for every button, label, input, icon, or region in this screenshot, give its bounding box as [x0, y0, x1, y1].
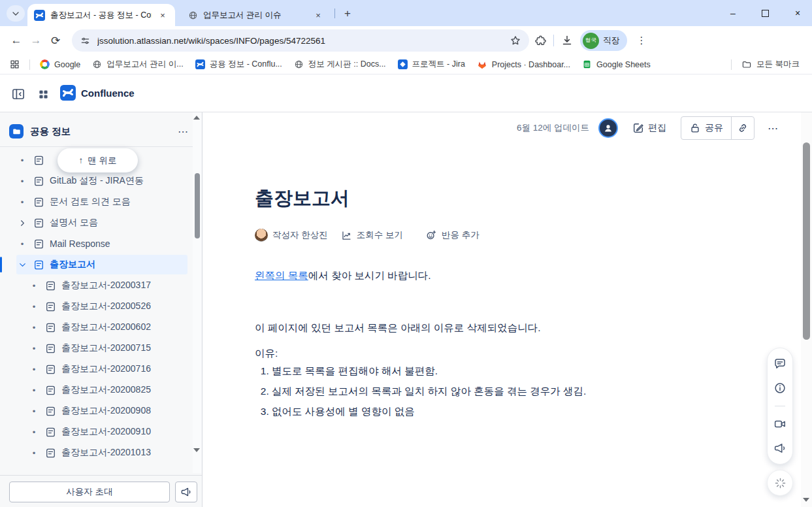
- tab-title: 출장보고서 - 공용 정보 - Confl: [50, 10, 152, 21]
- share-button[interactable]: 공유: [681, 117, 732, 139]
- page-icon: [33, 155, 44, 166]
- back-button[interactable]: ←: [7, 31, 26, 50]
- reload-button[interactable]: ⟳: [46, 31, 65, 50]
- last-updated-text[interactable]: 6월 12에 업데이트: [517, 122, 589, 134]
- chevron-down-icon[interactable]: [16, 260, 28, 270]
- scroll-down-arrow[interactable]: [193, 448, 200, 452]
- new-tab-button[interactable]: +: [340, 6, 355, 22]
- page-scrollbar[interactable]: [801, 112, 812, 507]
- page-icon: [45, 280, 56, 291]
- sidebar-scrollbar-thumb[interactable]: [195, 173, 200, 238]
- profile-chip[interactable]: 형국 직장: [580, 30, 627, 51]
- sidebar-item-report-20200317[interactable]: • 출장보고서-20200317: [28, 276, 187, 295]
- scroll-down-arrow[interactable]: [803, 498, 809, 502]
- page-scrollbar-thumb[interactable]: [803, 142, 810, 340]
- bookmark-jira[interactable]: 프로젝트 - Jira: [392, 59, 471, 70]
- space-more-button[interactable]: ⋯: [172, 125, 193, 138]
- tab-search-button[interactable]: [7, 5, 25, 22]
- bullet-icon: •: [28, 281, 40, 291]
- bullet-icon: •: [28, 323, 40, 333]
- confluence-favicon: [34, 10, 45, 21]
- left-list-link[interactable]: 왼쪽의 목록: [255, 270, 308, 281]
- back-to-top-button[interactable]: ↑ 맨 위로: [57, 148, 138, 172]
- address-bar[interactable]: jssolution.atlassian.net/wiki/spaces/INF…: [72, 29, 529, 52]
- sidebar-item-report-20201013[interactable]: • 출장보고서-20201013: [28, 443, 187, 463]
- more-actions-button[interactable]: ⋯: [764, 122, 783, 135]
- info-icon[interactable]: [773, 382, 787, 395]
- google-icon: [40, 59, 50, 69]
- author-avatar: [255, 229, 268, 242]
- bookmark-work-report[interactable]: 업무보고서 관리 이...: [86, 59, 189, 70]
- sidebar-item-trip-reports-selected[interactable]: 출장보고서: [16, 255, 187, 274]
- sidebar-item-doc-review[interactable]: • 문서 검토 의견 모음: [16, 192, 187, 212]
- extensions-icon[interactable]: [534, 35, 547, 47]
- tab-close-icon[interactable]: ×: [157, 9, 169, 21]
- comments-icon[interactable]: [773, 357, 787, 370]
- sidebar-item-report-20200602[interactable]: • 출장보고서-20200602: [28, 318, 187, 337]
- loading-burst-button[interactable]: [767, 470, 793, 496]
- tab-close-icon[interactable]: ×: [312, 9, 324, 21]
- space-icon: [9, 124, 24, 139]
- feedback-megaphone-button[interactable]: [175, 482, 197, 502]
- view-count-button[interactable]: 조회수 보기: [341, 229, 403, 241]
- reason-item: 별도로 목록을 편집해야 해서 불편함.: [272, 363, 586, 378]
- sidebar-item-label: 설명서 모음: [50, 217, 98, 229]
- editor-avatar[interactable]: [598, 118, 618, 138]
- bullet-icon: •: [28, 448, 40, 458]
- copy-link-button[interactable]: [732, 117, 754, 139]
- author-chip[interactable]: 작성자 한상진: [255, 229, 328, 242]
- tab-strip: 출장보고서 - 공용 정보 - Confl × 업무보고서 관리 이슈 × + …: [0, 0, 812, 26]
- megaphone-icon[interactable]: [773, 442, 787, 455]
- confluence-brand[interactable]: Confluence: [60, 85, 135, 101]
- bookmark-sheets[interactable]: Google Sheets: [576, 59, 657, 69]
- browser-menu-button[interactable]: ⋮: [634, 35, 649, 46]
- sidebar-item-gitlab-config[interactable]: • GitLab 설정 - JIRA연동: [16, 171, 187, 191]
- app-switcher-button[interactable]: [35, 86, 51, 102]
- sidebar-item-report-20200910[interactable]: • 출장보고서-20200910: [28, 422, 187, 442]
- space-header[interactable]: 공용 정보 ⋯: [9, 119, 193, 144]
- page-icon: [45, 343, 56, 354]
- add-reaction-button[interactable]: 반응 추가: [425, 229, 479, 241]
- collapse-sidebar-button[interactable]: [10, 86, 26, 102]
- tab-inactive[interactable]: 업무보고서 관리 이슈 ×: [182, 4, 331, 26]
- bookmark-label: Google: [54, 60, 80, 69]
- sidebar-item-report-20200825[interactable]: • 출장보고서-20200825: [28, 380, 187, 400]
- bookmark-info-board[interactable]: 정보 게시판 :: Docs...: [288, 59, 392, 70]
- bookmark-label: 프로젝트 - Jira: [412, 59, 465, 70]
- sidebar-item-report-20200526[interactable]: • 출장보고서-20200526: [28, 297, 187, 316]
- sidebar-item-report-20200908[interactable]: • 출장보고서-20200908: [28, 401, 187, 421]
- bullet-icon: •: [28, 302, 40, 312]
- sidebar-item-mail-response[interactable]: • Mail Response: [16, 234, 187, 254]
- bookmark-confluence[interactable]: 공용 정보 - Conflu...: [189, 59, 288, 70]
- invite-users-button[interactable]: 사용자 초대: [9, 482, 170, 502]
- sidebar-item-report-20200715[interactable]: • 출장보고서-20200715: [28, 338, 187, 358]
- minimize-button[interactable]: –: [728, 8, 738, 18]
- selected-indicator: [0, 257, 2, 272]
- confluence-icon: [195, 59, 205, 69]
- forward-button[interactable]: →: [26, 31, 46, 50]
- bookmark-star-icon[interactable]: [510, 35, 521, 46]
- sidebar-item-label: 출장보고서: [50, 259, 95, 270]
- bullet-icon: •: [28, 406, 40, 416]
- sidebar-item-report-20200716[interactable]: • 출장보고서-20200716: [28, 359, 187, 379]
- bookmark-gitlab[interactable]: Projects · Dashboar...: [471, 59, 576, 70]
- scroll-up-arrow[interactable]: [193, 116, 200, 120]
- chevron-right-icon[interactable]: [16, 218, 28, 228]
- globe-icon: [92, 59, 102, 69]
- sidebar-scrollbar[interactable]: [193, 112, 201, 473]
- sidebar-item-manuals[interactable]: 설명서 모음: [16, 213, 187, 233]
- site-settings-icon[interactable]: [80, 35, 91, 46]
- bookmark-google[interactable]: Google: [34, 59, 86, 69]
- apps-grid-icon[interactable]: [9, 59, 20, 70]
- chevron-down-icon: [10, 8, 21, 19]
- url-text: jssolution.atlassian.net/wiki/spaces/INF…: [97, 36, 510, 46]
- tab-active[interactable]: 출장보고서 - 공용 정보 - Confl ×: [27, 4, 175, 26]
- video-icon[interactable]: [773, 417, 787, 431]
- close-button[interactable]: ×: [792, 8, 803, 18]
- download-icon[interactable]: [560, 34, 574, 47]
- maximize-button[interactable]: [762, 10, 769, 17]
- all-bookmarks-button[interactable]: 모든 북마크: [736, 59, 805, 70]
- bullet-icon: •: [16, 176, 28, 186]
- edit-button[interactable]: 편집: [627, 118, 672, 138]
- bookmark-label: 정보 게시판 :: Docs...: [308, 59, 386, 70]
